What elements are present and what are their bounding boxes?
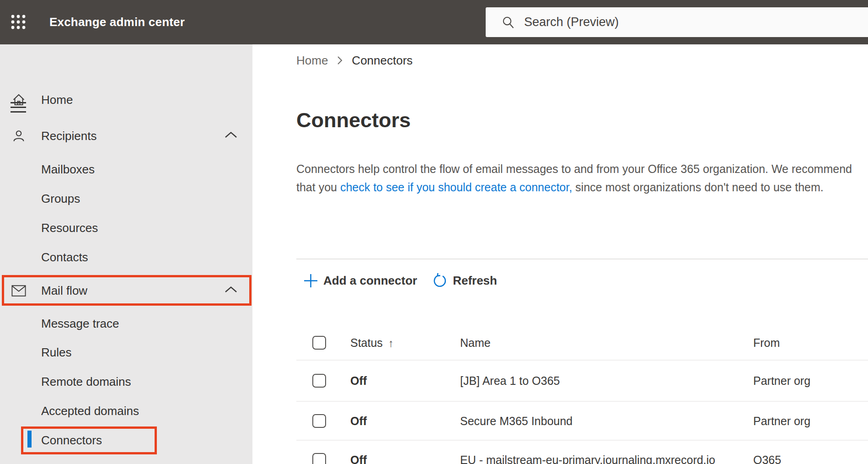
- create-connector-check-link[interactable]: check to see if you should create a conn…: [340, 181, 572, 194]
- add-connector-label: Add a connector: [323, 274, 417, 288]
- sidebar-item-label: Contacts: [41, 250, 88, 264]
- row-name[interactable]: [JB] Area 1 to O365: [460, 374, 560, 388]
- sidebar-item-mailboxes[interactable]: Mailboxes: [0, 157, 252, 181]
- person-icon: [11, 129, 26, 143]
- sidebar-item-contacts[interactable]: Contacts: [0, 245, 252, 269]
- refresh-button[interactable]: Refresh: [432, 273, 497, 288]
- add-connector-button[interactable]: Add a connector: [303, 273, 417, 288]
- table-row[interactable]: Off Secure M365 Inbound Partner org: [252, 402, 868, 440]
- sidebar-item-recipients[interactable]: Recipients: [0, 124, 252, 148]
- table-row[interactable]: Off EU - mailstream-eu-primary.journalin…: [252, 441, 868, 464]
- toolbar-top-divider: [296, 259, 868, 259]
- plus-icon: [303, 273, 318, 288]
- description-text: since most organizations don't need to u…: [572, 181, 824, 194]
- chevron-up-icon[interactable]: [223, 130, 239, 141]
- sidebar-item-label: Recipients: [41, 129, 96, 143]
- sidebar-item-message-trace[interactable]: Message trace: [0, 312, 252, 335]
- page-title: Connectors: [296, 108, 411, 132]
- command-bar: Add a connector Refresh: [303, 272, 497, 289]
- header-divider: [296, 360, 868, 361]
- search-input[interactable]: [523, 15, 818, 30]
- column-header-name[interactable]: Name: [460, 336, 491, 350]
- sidebar-item-home[interactable]: Home: [0, 88, 252, 112]
- row-from: Partner org: [753, 415, 810, 428]
- sidebar-item-resources[interactable]: Resources: [0, 216, 252, 240]
- refresh-label: Refresh: [453, 274, 497, 288]
- chevron-right-icon: [336, 54, 343, 66]
- row-status: Off: [350, 374, 367, 388]
- breadcrumb: Home Connectors: [296, 54, 413, 67]
- table-header-row: Status ↑ Name From: [252, 331, 868, 354]
- global-search-box[interactable]: [486, 7, 868, 37]
- app-launcher-button[interactable]: [10, 14, 27, 30]
- breadcrumb-current: Connectors: [352, 54, 413, 68]
- sidebar-item-groups[interactable]: Groups: [0, 187, 252, 210]
- main-content: Home Connectors Connectors Connectors he…: [252, 44, 868, 464]
- sidebar-item-label: Mail flow: [41, 284, 87, 298]
- top-app-bar: Exchange admin center: [0, 0, 868, 44]
- row-from: Partner org: [753, 374, 810, 388]
- sidebar-item-rules[interactable]: Rules: [0, 340, 252, 364]
- row-from: O365: [753, 453, 781, 464]
- search-icon: [501, 16, 515, 29]
- row-checkbox[interactable]: [312, 453, 326, 464]
- home-icon: [11, 92, 26, 107]
- app-title: Exchange admin center: [49, 0, 185, 44]
- sidebar-item-label: Rules: [41, 345, 71, 360]
- sidebar-item-label: Resources: [41, 221, 98, 235]
- column-header-status[interactable]: Status ↑: [350, 336, 394, 350]
- sidebar-item-label: Message trace: [41, 317, 119, 331]
- sidebar-item-label: Accepted domains: [41, 404, 139, 418]
- breadcrumb-home-link[interactable]: Home: [296, 54, 328, 68]
- column-header-from[interactable]: From: [753, 336, 780, 350]
- select-all-checkbox[interactable]: [312, 336, 326, 350]
- sidebar-item-label: Mailboxes: [41, 162, 95, 177]
- page-description: Connectors help control the flow of emai…: [296, 160, 863, 196]
- waffle-icon: [10, 14, 27, 30]
- table-row[interactable]: Off [JB] Area 1 to O365 Partner org: [252, 361, 868, 400]
- sidebar-item-mail-flow[interactable]: Mail flow: [0, 279, 252, 302]
- sidebar-item-label: Remote domains: [41, 375, 131, 389]
- row-checkbox[interactable]: [312, 414, 326, 428]
- sidebar-item-connectors[interactable]: Connectors: [0, 428, 252, 452]
- sidebar-item-accepted-domains[interactable]: Accepted domains: [0, 399, 252, 423]
- row-checkbox[interactable]: [312, 374, 326, 388]
- row-status: Off: [350, 415, 367, 428]
- row-name[interactable]: EU - mailstream-eu-primary.journaling.mx…: [460, 453, 715, 464]
- row-status: Off: [350, 453, 367, 464]
- left-navigation: Home Recipients Mailboxes Groups Resourc…: [0, 44, 252, 464]
- exchange-admin-center-window: Exchange admin center Home: [0, 0, 868, 464]
- sidebar-item-label: Connectors: [41, 433, 102, 448]
- refresh-icon: [432, 273, 448, 288]
- chevron-up-icon[interactable]: [223, 285, 239, 296]
- selected-item-indicator: [27, 431, 32, 448]
- row-name[interactable]: Secure M365 Inbound: [460, 415, 573, 428]
- sidebar-item-label: Home: [41, 93, 73, 107]
- sidebar-item-remote-domains[interactable]: Remote domains: [0, 370, 252, 394]
- sort-ascending-icon: ↑: [388, 336, 394, 349]
- sidebar-item-label: Groups: [41, 192, 80, 206]
- mail-icon: [11, 283, 26, 298]
